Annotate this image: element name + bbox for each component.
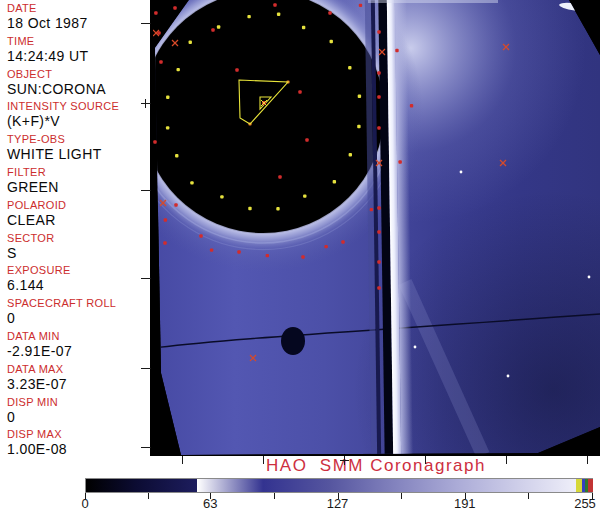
fiducial-dot (377, 126, 380, 129)
axis-tick (182, 456, 183, 464)
fiducial-dot (247, 15, 250, 18)
fiducial-dot (173, 6, 176, 9)
metadata-field: DISP MAX1.00E-08 (0, 428, 150, 461)
metadata-field: SPACECRAFT ROLL0 (0, 297, 150, 330)
field-value: CLEAR (7, 212, 150, 229)
top-noise (368, 0, 498, 3)
field-label: DISP MAX (7, 428, 150, 441)
star-point (588, 276, 591, 279)
fiducial-dot (154, 11, 157, 14)
fiducial-dot (357, 125, 360, 128)
fiducial-dot (333, 180, 336, 183)
axis-tick (141, 190, 151, 191)
field-value: 3.23E-07 (7, 376, 150, 393)
fiducial-dot (210, 248, 213, 251)
field-label: EXPOSURE (7, 264, 150, 277)
fiducial-dot (377, 230, 380, 233)
field-value: WHITE LIGHT (7, 146, 150, 163)
fiducial-dot (153, 140, 156, 143)
metadata-field: TIME14:24:49 UT (0, 35, 150, 68)
field-value: 14:24:49 UT (7, 48, 150, 65)
pylon-streak (365, 0, 413, 456)
field-label: POLAROID (7, 199, 150, 212)
axis-tick (263, 456, 264, 464)
field-label: DISP MIN (7, 396, 150, 409)
star-point (507, 375, 510, 378)
fiducial-dot (328, 11, 331, 14)
fiducial-dot (276, 207, 279, 210)
fiducial-dot (301, 255, 304, 258)
fiducial-dot (377, 206, 380, 209)
colorbar-label: 127 (327, 496, 349, 511)
fiducial-dot (176, 68, 179, 71)
fiducial-dot (349, 153, 352, 156)
metadata-sidebar: DATE18 Oct 1987TIME14:24:49 UTOBJECTSUN:… (0, 2, 150, 456)
fiducial-dot (377, 286, 380, 289)
colorbar-label: 255 (574, 496, 596, 511)
fiducial-dot (377, 71, 380, 74)
field-value: S (7, 245, 150, 262)
field-value: -2.91E-07 (7, 343, 150, 360)
fiducial-dot (199, 234, 202, 237)
colorbar-minor-tick (274, 493, 275, 499)
metadata-field: POLAROIDCLEAR (0, 199, 150, 232)
field-value: 1.00E-08 (7, 441, 150, 458)
field-label: SECTOR (7, 232, 150, 245)
metadata-field: FILTERGREEN (0, 166, 150, 199)
fiducial-dot (377, 260, 380, 263)
fiducial-dot (377, 95, 380, 98)
metadata-field: DATA MAX3.23E-07 (0, 363, 150, 396)
metadata-field: DATA MIN-2.91E-07 (0, 330, 150, 363)
fiducial-dot (348, 66, 351, 69)
fiducial-dot (248, 207, 251, 210)
fiducial-dot (266, 254, 269, 257)
fiducial-dot (166, 126, 169, 129)
colorbar-label: 191 (454, 496, 476, 511)
fiducial-dot (377, 30, 380, 33)
field-value: 6.144 (7, 277, 150, 294)
star-point (414, 346, 417, 349)
fiducial-dot (330, 40, 333, 43)
fiducial-dot (298, 90, 301, 93)
field-label: DATE (7, 2, 150, 15)
fiducial-dot (359, 4, 362, 7)
fiducial-dot (395, 49, 398, 52)
fiducial-dot (410, 104, 413, 107)
axis-tick (141, 278, 151, 279)
fiducial-dot (217, 25, 220, 28)
axis-tick (141, 447, 151, 448)
fiducial-dot (302, 26, 305, 29)
axis-tick (587, 456, 588, 464)
metadata-field: DATE18 Oct 1987 (0, 2, 150, 35)
image-title: HAO SMM Coronagraph (152, 455, 600, 475)
field-label: SPACECRAFT ROLL (7, 297, 150, 310)
field-value: 0 (7, 409, 150, 426)
field-label: OBJECT (7, 68, 150, 81)
field-value: 0 (7, 310, 150, 327)
metadata-field: OBJECTSUN:CORONA (0, 68, 150, 101)
axis-tick (141, 368, 151, 369)
fiducial-dot (175, 154, 178, 157)
fiducial-dot (189, 41, 192, 44)
colorbar-label: 0 (81, 496, 88, 511)
metadata-field: TYPE-OBSWHITE LIGHT (0, 133, 150, 166)
axis-tick (425, 456, 426, 464)
field-label: INTENSITY SOURCE (7, 100, 150, 113)
star-point (460, 171, 463, 174)
fiducial-dot (370, 208, 373, 211)
colorbar-stripe (588, 479, 593, 492)
fiducial-dot (358, 95, 361, 98)
metadata-field: INTENSITY SOURCE(K+F)*V (0, 100, 150, 133)
field-value: GREEN (7, 179, 150, 196)
axis-plus-marker (344, 456, 345, 465)
fiducial-dot (163, 241, 166, 244)
fiducial-dot (211, 28, 214, 31)
fiducial-dot (278, 175, 281, 178)
field-label: FILTER (7, 166, 150, 179)
field-label: DATA MIN (7, 330, 150, 343)
fiducial-dot (305, 138, 308, 141)
fiducial-dot (237, 250, 240, 253)
axis-tick (141, 23, 151, 24)
fiducial-dot (303, 194, 306, 197)
colorbar (85, 478, 593, 493)
